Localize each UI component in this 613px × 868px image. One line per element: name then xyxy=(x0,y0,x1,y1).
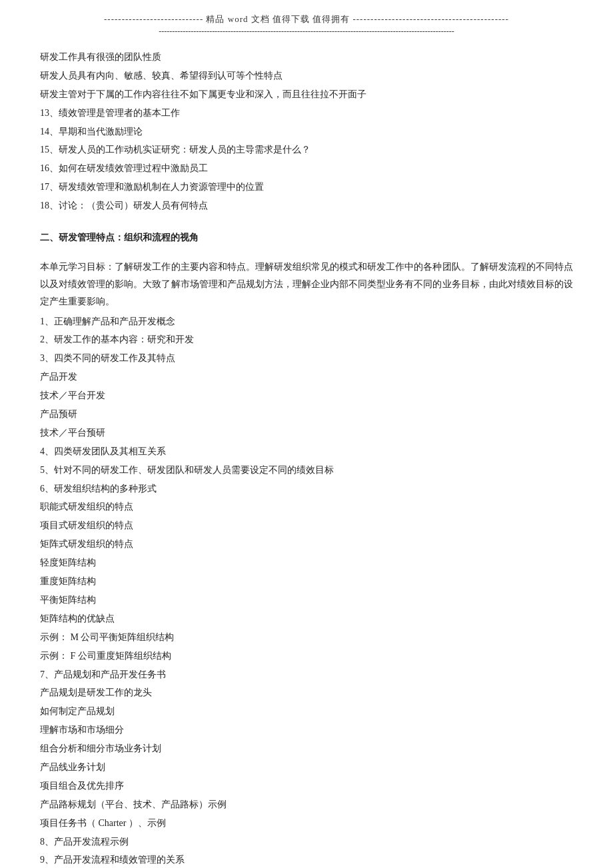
content-line-15: 3、四类不同的研发工作及其特点 xyxy=(40,350,573,367)
content-line-5: 15、研发人员的工作动机实证研究：研发人员的主导需求是什么？ xyxy=(40,141,573,159)
content-line-41: 8、产品开发流程示例 xyxy=(40,833,573,851)
blank-line-11 xyxy=(40,249,573,258)
content-line-6: 16、如何在研发绩效管理过程中激励员工 xyxy=(40,160,573,177)
content-line-38: 项目组合及优先排序 xyxy=(40,777,573,795)
content-line-13: 1、正确理解产品和产品开发概念 xyxy=(40,313,573,330)
content-line-40: 项目任务书（ Charter ）、示例 xyxy=(40,815,573,832)
content-line-24: 项目式研发组织的特点 xyxy=(40,517,573,534)
content-line-14: 2、研发工作的基本内容：研究和开发 xyxy=(40,331,573,348)
content-line-31: 示例： F 公司重度矩阵组织结构 xyxy=(40,648,573,665)
content-line-25: 矩阵式研发组织的特点 xyxy=(40,536,573,553)
content-line-39: 产品路标规划（平台、技术、产品路标）示例 xyxy=(40,796,573,813)
paragraph-12: 本单元学习目标：了解研发工作的主要内容和特点。理解研发组织常见的模式和研发工作中… xyxy=(40,258,573,310)
content-line-16: 产品开发 xyxy=(40,368,573,386)
header-top: ---------------------------- 精品 word 文档 … xyxy=(40,13,573,25)
section-title-10: 二、研发管理特点：组织和流程的视角 xyxy=(40,229,573,246)
page-container: ---------------------------- 精品 word 文档 … xyxy=(0,0,613,868)
content-line-18: 产品预研 xyxy=(40,406,573,423)
content-line-4: 14、早期和当代激励理论 xyxy=(40,123,573,141)
content-line-37: 产品线业务计划 xyxy=(40,759,573,776)
content-line-28: 平衡矩阵结构 xyxy=(40,592,573,609)
content-line-1: 研发人员具有内向、敏感、较真、希望得到认可等个性特点 xyxy=(40,67,573,85)
content-line-2: 研发主管对于下属的工作内容往往不如下属更专业和深入，而且往往拉不开面子 xyxy=(40,86,573,103)
content-line-17: 技术／平台开发 xyxy=(40,387,573,404)
content-line-19: 技术／平台预研 xyxy=(40,424,573,442)
content-line-26: 轻度矩阵结构 xyxy=(40,554,573,572)
content-line-32: 7、产品规划和产品开发任务书 xyxy=(40,666,573,683)
content-area: 研发工作具有很强的团队性质研发人员具有内向、敏感、较真、希望得到认可等个性特点研… xyxy=(40,49,573,868)
content-line-42: 9、产品开发流程和绩效管理的关系 xyxy=(40,851,573,868)
content-line-34: 如何制定产品规划 xyxy=(40,703,573,720)
content-line-27: 重度矩阵结构 xyxy=(40,573,573,590)
blank-line-9 xyxy=(40,216,573,225)
content-line-22: 6、研发组织结构的多种形式 xyxy=(40,480,573,498)
content-line-29: 矩阵结构的优缺点 xyxy=(40,610,573,628)
content-line-36: 组合分析和细分市场业务计划 xyxy=(40,740,573,757)
header-divider: ----------------------------------------… xyxy=(40,27,573,37)
content-line-35: 理解市场和市场细分 xyxy=(40,721,573,739)
content-line-8: 18、讨论：（贵公司）研发人员有何特点 xyxy=(40,197,573,215)
content-line-23: 职能式研发组织的特点 xyxy=(40,498,573,516)
content-line-20: 4、四类研发团队及其相互关系 xyxy=(40,443,573,460)
content-line-3: 13、绩效管理是管理者的基本工作 xyxy=(40,105,573,122)
content-line-33: 产品规划是研发工作的龙头 xyxy=(40,684,573,701)
content-line-0: 研发工作具有很强的团队性质 xyxy=(40,49,573,66)
content-line-7: 17、研发绩效管理和激励机制在人力资源管理中的位置 xyxy=(40,179,573,196)
content-line-30: 示例： M 公司平衡矩阵组织结构 xyxy=(40,629,573,646)
content-line-21: 5、针对不同的研发工作、研发团队和研发人员需要设定不同的绩效目标 xyxy=(40,462,573,479)
